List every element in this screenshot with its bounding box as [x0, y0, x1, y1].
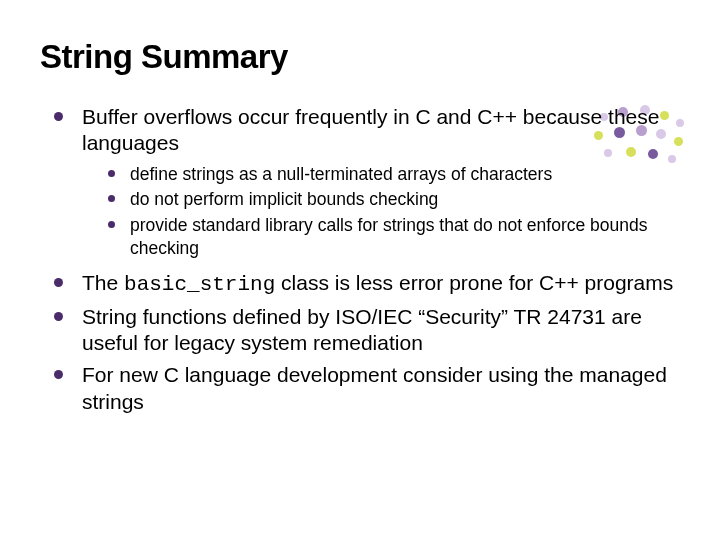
bullet-text: Buffer overflows occur frequently in C a…	[82, 105, 659, 154]
sub-bullet-list: define strings as a null-terminated arra…	[82, 163, 680, 260]
bullet-text-post: class is less error prone for C++ progra…	[275, 271, 673, 294]
sub-bullet-item: do not perform implicit bounds checking	[104, 188, 680, 211]
bullet-item: String functions defined by ISO/IEC “Sec…	[50, 304, 680, 357]
bullet-item: For new C language development consider …	[50, 362, 680, 415]
sub-bullet-text: provide standard library calls for strin…	[130, 215, 648, 258]
bullet-text: For new C language development consider …	[82, 363, 667, 412]
bullet-code: basic_string	[124, 273, 275, 296]
slide-title: String Summary	[40, 38, 680, 76]
sub-bullet-text: do not perform implicit bounds checking	[130, 189, 438, 209]
bullet-item: Buffer overflows occur frequently in C a…	[50, 104, 680, 260]
bullet-item: The basic_string class is less error pro…	[50, 270, 680, 298]
slide: String Summary Buffer overflows occur fr…	[0, 0, 720, 540]
bullet-list: Buffer overflows occur frequently in C a…	[40, 104, 680, 415]
sub-bullet-item: define strings as a null-terminated arra…	[104, 163, 680, 186]
sub-bullet-text: define strings as a null-terminated arra…	[130, 164, 552, 184]
bullet-text: String functions defined by ISO/IEC “Sec…	[82, 305, 642, 354]
slide-content: Buffer overflows occur frequently in C a…	[40, 104, 680, 415]
sub-bullet-item: provide standard library calls for strin…	[104, 214, 680, 260]
bullet-text-pre: The	[82, 271, 124, 294]
